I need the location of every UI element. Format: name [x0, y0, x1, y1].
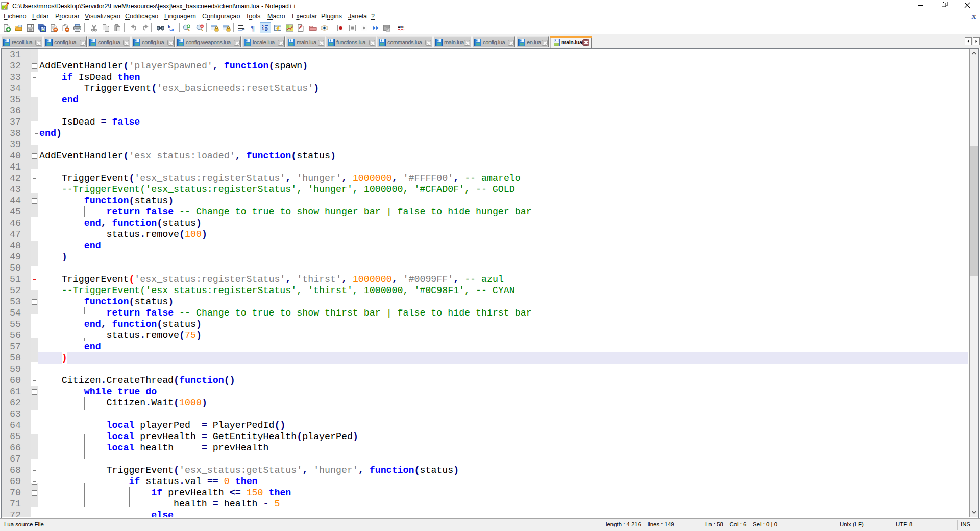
svg-text:¶: ¶: [251, 24, 255, 32]
svg-text:ABC: ABC: [398, 25, 404, 29]
svg-text:b: b: [168, 24, 170, 29]
